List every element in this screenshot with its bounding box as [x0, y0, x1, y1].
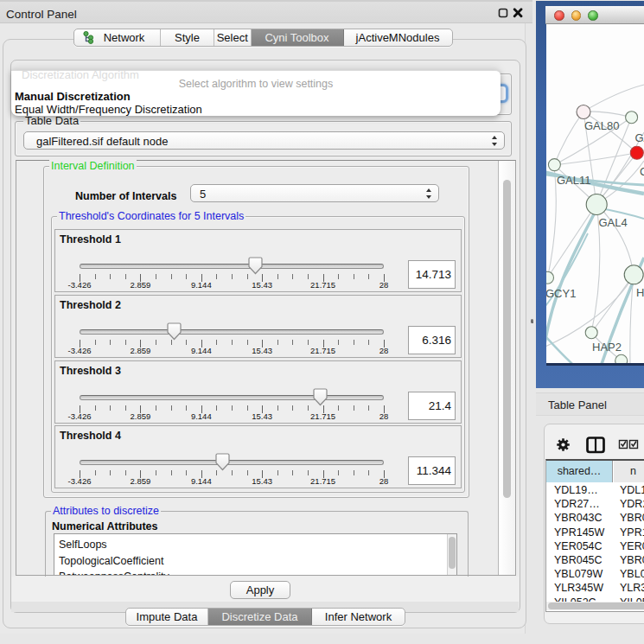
svg-text:C: C — [640, 165, 644, 178]
svg-text:GA: GA — [635, 131, 644, 144]
svg-text:H: H — [636, 286, 644, 299]
svg-text:GAL4: GAL4 — [599, 216, 628, 229]
svg-text:GAL11: GAL11 — [557, 174, 591, 187]
svg-text:HAP2: HAP2 — [592, 341, 622, 354]
svg-text:GAL80: GAL80 — [584, 119, 619, 132]
svg-text:GCY1: GCY1 — [546, 287, 576, 300]
